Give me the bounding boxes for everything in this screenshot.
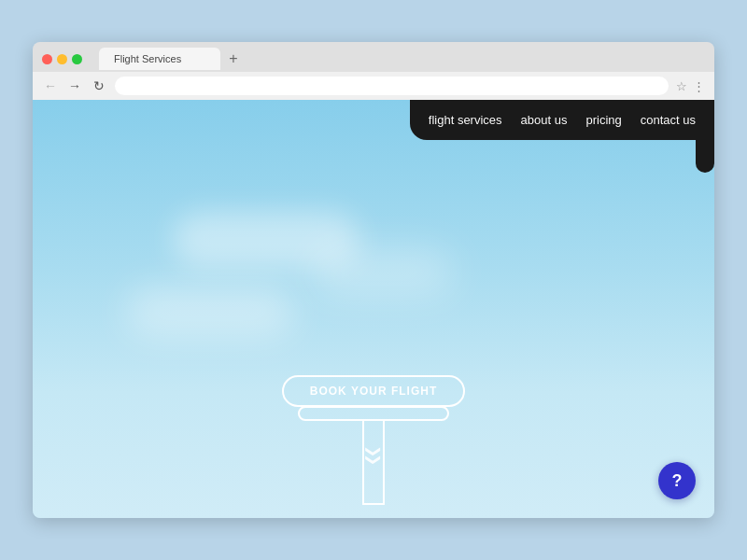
runway-svg: [280, 407, 467, 518]
svg-rect-0: [299, 407, 448, 420]
traffic-lights: [42, 54, 82, 64]
navigation-bar: flight services about us pricing contact…: [410, 100, 714, 140]
nav-item-about-us[interactable]: about us: [521, 113, 568, 127]
tab-label: Flight Services: [114, 53, 181, 64]
close-button[interactable]: [42, 54, 52, 64]
browser-titlebar: Flight Services +: [33, 42, 714, 72]
forward-button[interactable]: →: [66, 78, 83, 93]
help-label: ?: [672, 471, 683, 491]
menu-icon[interactable]: ⋮: [693, 79, 705, 93]
book-flight-button[interactable]: BOOK YOUR FLIGHT: [282, 375, 465, 407]
nav-item-pricing[interactable]: pricing: [585, 113, 621, 127]
svg-rect-1: [363, 420, 384, 504]
bookmark-icon[interactable]: ☆: [676, 79, 687, 93]
active-tab[interactable]: Flight Services: [99, 48, 220, 70]
cloud-3: [126, 287, 294, 338]
browser-window: Flight Services + ← → ↻ ☆ ⋮ flight serv: [33, 42, 714, 518]
back-button[interactable]: ←: [42, 78, 59, 93]
browser-chrome: Flight Services + ← → ↻ ☆ ⋮: [33, 42, 714, 100]
add-tab-icon: +: [229, 50, 237, 67]
minimize-button[interactable]: [57, 54, 67, 64]
chevron-down-icon: ❯❯: [365, 445, 383, 462]
refresh-button[interactable]: ↻: [91, 78, 107, 93]
new-tab-button[interactable]: +: [224, 49, 243, 68]
nav-item-flight-services[interactable]: flight services: [429, 113, 502, 127]
address-bar[interactable]: [115, 77, 669, 95]
browser-toolbar: ← → ↻ ☆ ⋮: [33, 72, 714, 100]
help-button[interactable]: ?: [658, 462, 696, 499]
tab-bar: Flight Services +: [90, 48, 705, 70]
website-content: flight services about us pricing contact…: [33, 100, 714, 518]
toolbar-actions: ☆ ⋮: [676, 79, 705, 93]
maximize-button[interactable]: [72, 54, 82, 64]
book-flight-label: BOOK YOUR FLIGHT: [310, 385, 437, 398]
nav-item-contact-us[interactable]: contact us: [641, 113, 696, 127]
hero-section: BOOK YOUR FLIGHT ❯❯: [280, 375, 467, 462]
flight-path-illustration: ❯❯: [280, 407, 467, 462]
cloud-2: [313, 249, 453, 296]
